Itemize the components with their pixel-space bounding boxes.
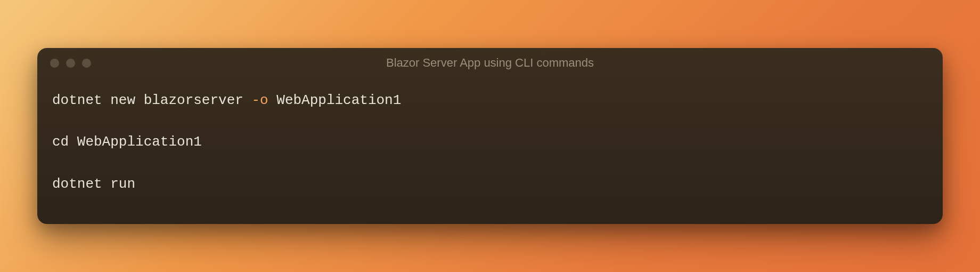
title-bar: Blazor Server App using CLI commands (37, 48, 943, 78)
code-text: dotnet new blazorserver (52, 92, 251, 108)
code-line-1: dotnet new blazorserver -o WebApplicatio… (52, 91, 928, 110)
maximize-button[interactable] (82, 59, 91, 68)
terminal-body[interactable]: dotnet new blazorserver -o WebApplicatio… (37, 78, 943, 224)
code-text: WebApplication1 (268, 92, 402, 108)
close-button[interactable] (50, 59, 59, 68)
traffic-lights (50, 59, 91, 68)
cli-flag: -o (251, 92, 268, 108)
minimize-button[interactable] (66, 59, 75, 68)
window-title: Blazor Server App using CLI commands (386, 56, 594, 70)
terminal-window: Blazor Server App using CLI commands dot… (37, 48, 943, 224)
code-line-3: dotnet run (52, 174, 928, 194)
code-line-2: cd WebApplication1 (52, 132, 928, 151)
